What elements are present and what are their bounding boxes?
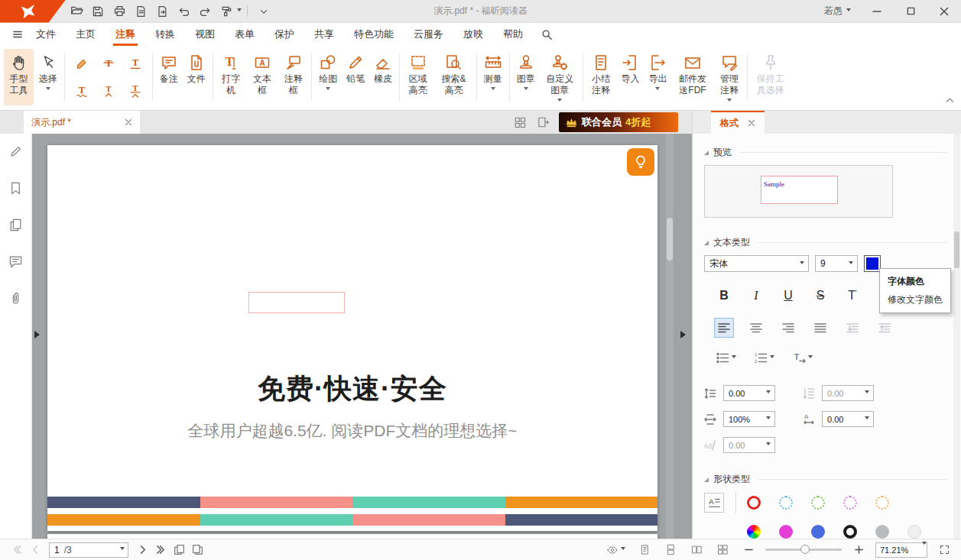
eraser-button[interactable]: 橡皮 [370, 49, 396, 105]
format-panel-tab[interactable]: 格式 [711, 111, 765, 134]
document-properties-icon[interactable] [130, 2, 151, 21]
format-painter-icon[interactable] [216, 2, 237, 21]
search-icon[interactable] [533, 23, 560, 46]
document-viewport[interactable]: 免费·快速·安全 全球用户超越6.5亿. 阅读PDF文档的理想选择~ [32, 134, 692, 539]
callout-button[interactable]: 注释框 [278, 49, 308, 105]
ribbon-collapse-icon[interactable] [945, 95, 955, 105]
lightbulb-button[interactable] [627, 148, 654, 176]
char-spacing-caret-icon[interactable] [861, 412, 873, 426]
comments-list-icon[interactable] [6, 251, 26, 271]
bold-button[interactable]: B [714, 286, 734, 306]
drawing-button[interactable]: 绘图 [315, 49, 341, 105]
numbered-list-button[interactable]: 12 [750, 348, 779, 367]
bookmark-icon[interactable] [6, 178, 26, 198]
underline-text-icon[interactable]: T [122, 50, 148, 77]
italic-button[interactable]: I [746, 286, 766, 306]
align-left-button[interactable] [714, 318, 734, 338]
zoom-in-button[interactable] [849, 542, 868, 558]
tab-grid-view-icon[interactable] [508, 111, 531, 134]
document-tab[interactable]: 演示.pdf * [24, 111, 140, 134]
shape-style-orange-dotted[interactable] [875, 496, 889, 510]
align-center-button[interactable] [746, 318, 766, 338]
pages-icon[interactable] [6, 215, 26, 235]
zoom-level-select[interactable]: 71.21% [875, 542, 927, 558]
menu-convert[interactable]: 转换 [145, 23, 185, 46]
manage-comments-button[interactable]: 管理注释 [715, 49, 745, 105]
note-comment-button[interactable]: 备注 [156, 49, 182, 105]
panel-scrollbar-thumb[interactable] [954, 231, 959, 268]
horizontal-scale-select[interactable]: 100% [723, 411, 775, 427]
keep-tool-selected-button[interactable]: 保持工具选择 [751, 49, 790, 105]
format-tab-close-icon[interactable] [748, 119, 755, 127]
shape-style-cyan-dotted[interactable] [779, 496, 793, 510]
line-spacing-select[interactable]: 0.00 [723, 385, 775, 401]
font-size-select[interactable]: 9 [815, 255, 858, 272]
document-scrollbar-thumb[interactable] [667, 218, 673, 261]
textbox-annotation[interactable] [248, 292, 345, 313]
save-icon[interactable] [87, 2, 109, 21]
textbox-button[interactable]: A 文本框 [248, 49, 278, 105]
superscript-button[interactable]: T′ [842, 286, 862, 306]
menu-present[interactable]: 放映 [453, 23, 493, 46]
format-painter-caret[interactable] [237, 8, 242, 14]
hamburger-menu-icon[interactable] [6, 23, 26, 46]
line-spacing-caret-icon[interactable] [762, 386, 774, 400]
export-comments-button[interactable]: 导出 [644, 49, 670, 105]
current-page-value[interactable]: 1 [50, 545, 64, 555]
summarize-comments-button[interactable]: 小结注释 [586, 49, 616, 105]
shape-style-magenta-dotted[interactable] [843, 496, 857, 510]
minimize-button[interactable] [860, 0, 894, 22]
paragraph-spacing-select[interactable]: 0.00 [822, 385, 874, 401]
next-view-icon[interactable] [188, 542, 206, 558]
attachments-icon[interactable] [6, 288, 26, 308]
user-account-button[interactable]: 若愚 [815, 5, 860, 18]
shape-style-black-ring[interactable] [843, 525, 857, 539]
shape-color-magenta[interactable] [779, 525, 793, 539]
tab-switch-icon[interactable] [531, 111, 554, 134]
file-attachment-button[interactable]: 文件 [183, 49, 209, 105]
color-wheel-button[interactable] [747, 525, 761, 539]
shape-type-section-header[interactable]: 形状类型 [704, 473, 947, 486]
menu-form[interactable]: 表单 [225, 23, 265, 46]
align-right-button[interactable] [778, 318, 798, 338]
pencil-button[interactable]: 铅笔 [343, 49, 368, 105]
indent-decrease-icon[interactable] [842, 318, 862, 338]
shape-color-white[interactable] [907, 525, 921, 539]
font-family-select[interactable]: 宋体 [704, 255, 809, 272]
zoom-slider[interactable] [765, 549, 842, 551]
font-size-caret-icon[interactable] [845, 256, 857, 271]
zoom-out-button[interactable] [739, 542, 758, 558]
custom-stamp-button[interactable]: 自定义图章 [541, 49, 580, 105]
menu-help[interactable]: 帮助 [493, 23, 533, 46]
menu-share[interactable]: 共享 [304, 23, 344, 46]
preview-section-header[interactable]: 预览 [704, 146, 947, 159]
open-file-icon[interactable] [66, 2, 87, 21]
menu-cloud[interactable]: 云服务 [404, 23, 453, 46]
zoom-slider-thumb[interactable] [800, 545, 810, 554]
font-color-button[interactable] [864, 255, 881, 272]
strikeout-text-icon[interactable]: T [96, 50, 122, 77]
redo-icon[interactable] [194, 2, 216, 21]
indent-increase-icon[interactable] [875, 318, 894, 338]
text-skew-select[interactable]: 0.00 [723, 437, 775, 453]
paragraph-spacing-caret-icon[interactable] [861, 386, 873, 400]
underline-button[interactable]: U [778, 286, 798, 306]
menu-home[interactable]: 主页 [66, 23, 106, 46]
menu-features[interactable]: 特色功能 [344, 23, 404, 46]
left-panel-expand-arrow[interactable] [34, 331, 44, 338]
shape-color-blue[interactable] [811, 525, 825, 539]
align-justify-button[interactable] [810, 318, 830, 338]
continuous-view-icon[interactable] [661, 542, 680, 558]
stamp-button[interactable]: 图章 [513, 49, 539, 105]
search-highlight-button[interactable]: 搜索&高亮 [434, 49, 473, 105]
foxit-logo[interactable] [0, 0, 66, 23]
text-direction-button[interactable]: T [788, 348, 817, 367]
text-annotation-style-button[interactable]: A [704, 493, 724, 513]
import-comments-button[interactable]: 导入 [617, 49, 643, 105]
shape-style-green-dotted[interactable] [811, 496, 825, 510]
select-tool-button[interactable]: 选择 [35, 49, 61, 105]
grid-view-icon[interactable] [713, 542, 732, 558]
annotate-pencil-icon[interactable] [6, 141, 26, 161]
zoom-level-caret-icon[interactable] [922, 545, 927, 555]
prev-page-icon[interactable] [26, 542, 44, 558]
